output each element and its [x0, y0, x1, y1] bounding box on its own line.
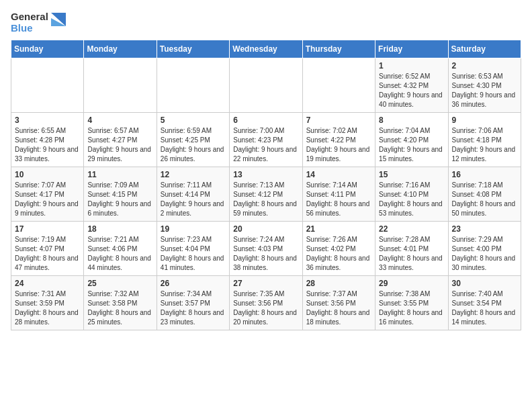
- day-number: 2: [452, 61, 517, 71]
- day-number: 30: [452, 279, 517, 288]
- day-cell: 5Sunrise: 6:59 AM Sunset: 4:25 PM Daylig…: [157, 112, 229, 167]
- day-number: 11: [87, 170, 152, 179]
- calendar-table: SundayMondayTuesdayWednesdayThursdayFrid…: [11, 40, 521, 330]
- day-info: Sunrise: 7:07 AM Sunset: 4:17 PM Dayligh…: [15, 181, 80, 218]
- day-info: Sunrise: 6:59 AM Sunset: 4:25 PM Dayligh…: [161, 126, 226, 164]
- week-row-2: 3Sunrise: 6:55 AM Sunset: 4:28 PM Daylig…: [11, 112, 521, 167]
- day-info: Sunrise: 7:19 AM Sunset: 4:07 PM Dayligh…: [15, 235, 80, 273]
- day-number: 13: [233, 170, 298, 179]
- day-info: Sunrise: 7:09 AM Sunset: 4:15 PM Dayligh…: [87, 181, 152, 218]
- header-cell-friday: Friday: [375, 40, 448, 58]
- day-info: Sunrise: 6:53 AM Sunset: 4:30 PM Dayligh…: [452, 72, 517, 109]
- logo: General Blue: [11, 11, 66, 34]
- day-cell: 26Sunrise: 7:34 AM Sunset: 3:57 PM Dayli…: [157, 275, 229, 330]
- day-info: Sunrise: 7:32 AM Sunset: 3:58 PM Dayligh…: [87, 289, 152, 327]
- day-number: 25: [87, 279, 152, 288]
- header-cell-thursday: Thursday: [302, 40, 375, 58]
- day-number: 27: [233, 279, 298, 288]
- day-info: Sunrise: 7:24 AM Sunset: 4:03 PM Dayligh…: [233, 235, 298, 273]
- day-number: 14: [306, 170, 371, 179]
- day-cell: 12Sunrise: 7:11 AM Sunset: 4:14 PM Dayli…: [157, 167, 229, 221]
- calendar-header: SundayMondayTuesdayWednesdayThursdayFrid…: [11, 40, 521, 58]
- day-info: Sunrise: 7:04 AM Sunset: 4:20 PM Dayligh…: [379, 126, 444, 164]
- day-cell: 13Sunrise: 7:13 AM Sunset: 4:12 PM Dayli…: [230, 167, 302, 221]
- day-info: Sunrise: 7:02 AM Sunset: 4:22 PM Dayligh…: [306, 126, 371, 164]
- day-number: 26: [161, 279, 226, 288]
- day-info: Sunrise: 6:57 AM Sunset: 4:27 PM Dayligh…: [87, 126, 152, 164]
- header-cell-wednesday: Wednesday: [230, 40, 302, 58]
- day-number: 10: [15, 170, 80, 179]
- day-cell: 17Sunrise: 7:19 AM Sunset: 4:07 PM Dayli…: [11, 221, 84, 275]
- day-cell: [11, 58, 84, 112]
- day-info: Sunrise: 7:06 AM Sunset: 4:18 PM Dayligh…: [452, 126, 517, 164]
- day-cell: 19Sunrise: 7:23 AM Sunset: 4:04 PM Dayli…: [157, 221, 229, 275]
- day-cell: 11Sunrise: 7:09 AM Sunset: 4:15 PM Dayli…: [84, 167, 157, 221]
- day-cell: [84, 58, 157, 112]
- header-cell-tuesday: Tuesday: [157, 40, 229, 58]
- day-info: Sunrise: 7:26 AM Sunset: 4:02 PM Dayligh…: [306, 235, 371, 273]
- day-number: 4: [87, 116, 152, 125]
- logo-text: General Blue: [11, 11, 48, 34]
- day-cell: 7Sunrise: 7:02 AM Sunset: 4:22 PM Daylig…: [302, 112, 375, 167]
- day-number: 16: [452, 170, 517, 179]
- header-cell-monday: Monday: [84, 40, 157, 58]
- day-cell: 15Sunrise: 7:16 AM Sunset: 4:10 PM Dayli…: [375, 167, 448, 221]
- day-info: Sunrise: 7:37 AM Sunset: 3:56 PM Dayligh…: [306, 289, 371, 327]
- week-row-4: 17Sunrise: 7:19 AM Sunset: 4:07 PM Dayli…: [11, 221, 521, 275]
- day-number: 3: [15, 116, 80, 125]
- day-info: Sunrise: 7:00 AM Sunset: 4:23 PM Dayligh…: [233, 126, 298, 164]
- day-cell: 18Sunrise: 7:21 AM Sunset: 4:06 PM Dayli…: [84, 221, 157, 275]
- week-row-5: 24Sunrise: 7:31 AM Sunset: 3:59 PM Dayli…: [11, 275, 521, 330]
- day-info: Sunrise: 7:16 AM Sunset: 4:10 PM Dayligh…: [379, 181, 444, 218]
- day-number: 9: [452, 116, 517, 125]
- day-cell: [230, 58, 302, 112]
- header-row: SundayMondayTuesdayWednesdayThursdayFrid…: [11, 40, 521, 58]
- day-info: Sunrise: 7:14 AM Sunset: 4:11 PM Dayligh…: [306, 181, 371, 218]
- day-cell: 4Sunrise: 6:57 AM Sunset: 4:27 PM Daylig…: [84, 112, 157, 167]
- day-number: 8: [379, 116, 444, 125]
- week-row-3: 10Sunrise: 7:07 AM Sunset: 4:17 PM Dayli…: [11, 167, 521, 221]
- day-info: Sunrise: 7:11 AM Sunset: 4:14 PM Dayligh…: [161, 181, 226, 218]
- day-info: Sunrise: 7:38 AM Sunset: 3:55 PM Dayligh…: [379, 289, 444, 327]
- day-number: 20: [233, 224, 298, 234]
- day-cell: 20Sunrise: 7:24 AM Sunset: 4:03 PM Dayli…: [230, 221, 302, 275]
- day-number: 19: [161, 224, 226, 234]
- day-number: 24: [15, 279, 80, 288]
- day-info: Sunrise: 7:23 AM Sunset: 4:04 PM Dayligh…: [161, 235, 226, 273]
- day-cell: 16Sunrise: 7:18 AM Sunset: 4:08 PM Dayli…: [448, 167, 521, 221]
- day-number: 21: [306, 224, 371, 234]
- day-number: 7: [306, 116, 371, 125]
- day-info: Sunrise: 7:35 AM Sunset: 3:56 PM Dayligh…: [233, 289, 298, 327]
- day-cell: [157, 58, 229, 112]
- day-info: Sunrise: 6:55 AM Sunset: 4:28 PM Dayligh…: [15, 126, 80, 164]
- day-cell: 29Sunrise: 7:38 AM Sunset: 3:55 PM Dayli…: [375, 275, 448, 330]
- day-cell: 9Sunrise: 7:06 AM Sunset: 4:18 PM Daylig…: [448, 112, 521, 167]
- day-info: Sunrise: 7:28 AM Sunset: 4:01 PM Dayligh…: [379, 235, 444, 273]
- day-number: 6: [233, 116, 298, 125]
- week-row-1: 1Sunrise: 6:52 AM Sunset: 4:32 PM Daylig…: [11, 58, 521, 112]
- day-number: 22: [379, 224, 444, 234]
- day-cell: 21Sunrise: 7:26 AM Sunset: 4:02 PM Dayli…: [302, 221, 375, 275]
- day-number: 29: [379, 279, 444, 288]
- day-info: Sunrise: 7:29 AM Sunset: 4:00 PM Dayligh…: [452, 235, 517, 273]
- day-number: 28: [306, 279, 371, 288]
- day-number: 18: [87, 224, 152, 234]
- day-cell: 27Sunrise: 7:35 AM Sunset: 3:56 PM Dayli…: [230, 275, 302, 330]
- day-cell: 10Sunrise: 7:07 AM Sunset: 4:17 PM Dayli…: [11, 167, 84, 221]
- day-number: 15: [379, 170, 444, 179]
- header-cell-saturday: Saturday: [448, 40, 521, 58]
- day-number: 5: [161, 116, 226, 125]
- day-cell: 2Sunrise: 6:53 AM Sunset: 4:30 PM Daylig…: [448, 58, 521, 112]
- day-cell: 14Sunrise: 7:14 AM Sunset: 4:11 PM Dayli…: [302, 167, 375, 221]
- day-info: Sunrise: 7:31 AM Sunset: 3:59 PM Dayligh…: [15, 289, 80, 327]
- day-number: 1: [379, 61, 444, 71]
- day-info: Sunrise: 7:34 AM Sunset: 3:57 PM Dayligh…: [161, 289, 226, 327]
- day-info: Sunrise: 7:40 AM Sunset: 3:54 PM Dayligh…: [452, 289, 517, 327]
- day-cell: 8Sunrise: 7:04 AM Sunset: 4:20 PM Daylig…: [375, 112, 448, 167]
- day-info: Sunrise: 6:52 AM Sunset: 4:32 PM Dayligh…: [379, 72, 444, 109]
- logo-triangle-icon: [51, 13, 66, 32]
- day-cell: 24Sunrise: 7:31 AM Sunset: 3:59 PM Dayli…: [11, 275, 84, 330]
- day-info: Sunrise: 7:21 AM Sunset: 4:06 PM Dayligh…: [87, 235, 152, 273]
- day-cell: 28Sunrise: 7:37 AM Sunset: 3:56 PM Dayli…: [302, 275, 375, 330]
- day-cell: 23Sunrise: 7:29 AM Sunset: 4:00 PM Dayli…: [448, 221, 521, 275]
